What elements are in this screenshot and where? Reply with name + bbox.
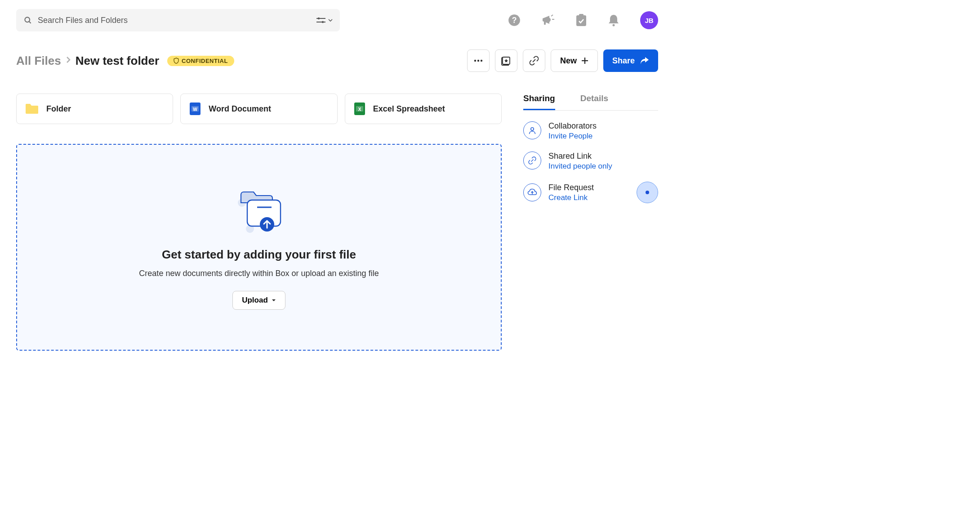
svg-line-9 [551, 15, 553, 16]
svg-rect-11 [576, 15, 586, 26]
caret-down-icon [272, 299, 276, 302]
dropzone-title: Get started by adding your first file [162, 248, 356, 262]
shield-icon [174, 58, 179, 64]
breadcrumb: All Files New test folder CONFIDENTIAL [16, 54, 234, 68]
tab-details[interactable]: Details [580, 94, 608, 110]
help-icon[interactable]: ? [508, 14, 521, 27]
star-collection-icon [501, 55, 512, 66]
excel-doc-icon: X [353, 102, 366, 116]
svg-text:?: ? [512, 16, 517, 25]
template-label: Word Document [209, 104, 271, 114]
link-icon [523, 152, 541, 169]
ellipsis-icon [474, 59, 483, 62]
filter-icon [316, 17, 325, 23]
plus-icon [581, 57, 588, 64]
avatar-initials: JB [645, 17, 653, 24]
chevron-down-icon [328, 19, 333, 22]
svg-point-16 [481, 60, 482, 62]
shared-link-title: Shared Link [548, 152, 612, 161]
template-label: Folder [46, 104, 71, 114]
template-label: Excel Spreadsheet [373, 104, 445, 114]
attention-pulse-icon[interactable] [637, 182, 658, 203]
bell-icon[interactable] [608, 13, 619, 27]
breadcrumb-root[interactable]: All Files [16, 54, 61, 68]
cloud-upload-icon [523, 183, 541, 201]
svg-point-15 [477, 60, 479, 62]
svg-point-5 [322, 21, 324, 23]
tab-sharing[interactable]: Sharing [523, 94, 555, 110]
share-arrow-icon [640, 57, 649, 65]
search-box[interactable] [16, 9, 340, 31]
svg-point-14 [474, 60, 476, 62]
svg-point-13 [613, 24, 615, 27]
word-doc-icon: W [189, 102, 201, 116]
more-options-button[interactable] [467, 49, 490, 72]
breadcrumb-current: New test folder [76, 54, 159, 68]
create-link-action[interactable]: Create Link [548, 193, 594, 202]
svg-point-0 [25, 17, 30, 22]
upload-button[interactable]: Upload [232, 291, 285, 310]
invite-people-link[interactable]: Invite People [548, 132, 597, 141]
svg-rect-12 [579, 14, 584, 17]
chevron-right-icon [66, 56, 71, 65]
svg-line-1 [29, 22, 31, 23]
svg-text:X: X [358, 107, 361, 112]
search-input[interactable] [38, 16, 316, 25]
collaborators-title: Collaborators [548, 121, 597, 131]
folder-icon [25, 103, 39, 115]
search-filter-button[interactable] [316, 17, 333, 23]
add-to-collection-button[interactable] [495, 49, 517, 72]
svg-text:W: W [193, 107, 198, 112]
confidential-badge: CONFIDENTIAL [167, 56, 234, 66]
link-button[interactable] [523, 49, 545, 72]
shared-link-action[interactable]: Invited people only [548, 162, 612, 171]
template-word[interactable]: W Word Document [180, 94, 337, 124]
link-icon [529, 55, 539, 66]
share-button[interactable]: Share [603, 49, 658, 72]
search-icon [23, 16, 32, 25]
svg-rect-8 [544, 21, 546, 25]
template-folder[interactable]: Folder [16, 94, 173, 124]
clipboard-check-icon[interactable] [575, 13, 587, 27]
svg-point-3 [318, 18, 320, 19]
megaphone-icon[interactable] [541, 14, 555, 27]
dropzone[interactable]: Get started by adding your first file Cr… [16, 144, 502, 351]
template-excel[interactable]: X Excel Spreadsheet [345, 94, 502, 124]
new-button[interactable]: New [551, 49, 598, 72]
file-request-title: File Request [548, 183, 594, 192]
dropzone-subtitle: Create new documents directly within Box… [139, 269, 379, 278]
upload-illustration-icon [232, 185, 286, 234]
person-icon [523, 121, 541, 139]
avatar[interactable]: JB [640, 11, 658, 29]
svg-point-31 [531, 128, 534, 130]
